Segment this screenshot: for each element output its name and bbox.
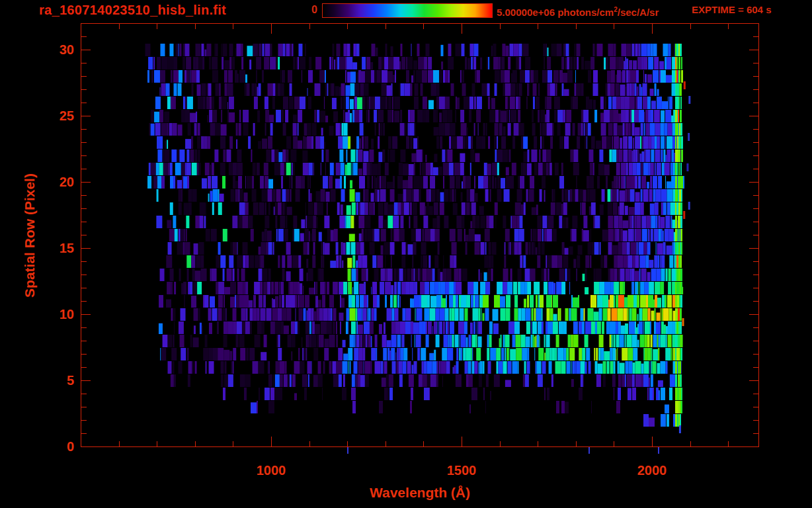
tick-mark <box>728 24 729 29</box>
tick-mark <box>652 437 653 446</box>
tick-mark <box>119 24 120 29</box>
y-tick-label: 10 <box>44 307 74 322</box>
colorbar-units-suffix: /sec/A/sr <box>618 7 659 18</box>
tick-mark <box>753 261 758 262</box>
tick-mark <box>753 208 758 209</box>
tick-mark <box>753 129 758 130</box>
y-tick-label: 25 <box>44 108 74 124</box>
fits-spectrogram-viewer: ra_160714023510_hisb_lin.fit 0 5.00000e+… <box>0 0 812 508</box>
tick-mark <box>81 76 87 77</box>
tick-mark <box>749 50 758 50</box>
tick-mark <box>749 380 758 381</box>
tick-mark <box>753 76 758 77</box>
tick-mark <box>81 36 87 37</box>
y-axis-title: Spatial Row (Pixel) <box>22 173 38 298</box>
colorbar-max-value: 5.00000e+06 <box>497 7 555 18</box>
y-tick-label: 15 <box>44 241 74 256</box>
tick-mark <box>81 155 87 156</box>
tick-mark <box>576 441 577 446</box>
tick-mark <box>81 50 91 50</box>
tick-mark <box>753 195 758 196</box>
tick-mark <box>81 195 87 196</box>
tick-mark <box>753 89 758 90</box>
y-tick-label: 20 <box>44 175 74 190</box>
tick-mark <box>81 182 91 183</box>
tick-mark <box>81 261 87 262</box>
tick-mark <box>576 24 577 29</box>
tick-mark <box>81 433 87 434</box>
tick-mark <box>753 235 758 235</box>
tick-mark <box>753 433 758 434</box>
tick-mark <box>753 275 758 275</box>
tick-mark <box>462 24 462 34</box>
tick-mark <box>81 327 87 328</box>
tick-mark <box>753 36 758 37</box>
tick-mark <box>81 248 91 249</box>
tick-mark <box>271 437 272 446</box>
tick-mark <box>81 235 87 235</box>
tick-mark <box>81 354 87 355</box>
spectrogram-canvas <box>81 24 758 446</box>
tick-mark <box>538 24 538 29</box>
tick-mark <box>309 441 310 446</box>
tick-mark <box>195 441 196 446</box>
x-tick-label: 1000 <box>241 463 301 478</box>
file-title: ra_160714023510_hisb_lin.fit <box>39 3 226 18</box>
tick-mark <box>652 24 653 34</box>
tick-mark <box>157 441 157 446</box>
tick-mark <box>81 288 87 288</box>
colorbar-min-label: 0 <box>290 3 317 17</box>
tick-mark <box>81 314 91 315</box>
tick-mark <box>753 407 758 407</box>
x-tick-label: 2000 <box>622 463 682 478</box>
tick-mark <box>690 24 691 29</box>
tick-mark <box>81 129 87 130</box>
y-tick-label: 5 <box>44 373 74 388</box>
tick-mark <box>500 441 501 446</box>
tick-mark <box>753 394 758 394</box>
tick-mark <box>423 24 424 29</box>
tick-mark <box>81 407 87 407</box>
tick-mark <box>753 103 758 103</box>
exptime-label: EXPTIME = 604 s <box>692 3 771 17</box>
tick-mark <box>81 208 87 209</box>
tick-mark <box>753 169 758 169</box>
tick-mark <box>753 288 758 288</box>
tick-mark <box>81 63 87 64</box>
tick-mark <box>81 275 87 275</box>
tick-mark <box>81 394 87 394</box>
tick-mark <box>347 24 348 29</box>
tick-mark <box>81 380 91 381</box>
tick-mark <box>749 248 758 249</box>
bleed-mark <box>589 447 590 454</box>
tick-mark <box>81 341 87 341</box>
tick-mark <box>753 327 758 328</box>
tick-mark <box>614 441 614 446</box>
tick-mark <box>753 367 758 368</box>
tick-mark <box>233 441 233 446</box>
tick-mark <box>81 169 87 169</box>
tick-mark <box>538 441 538 446</box>
tick-mark <box>386 441 386 446</box>
tick-mark <box>157 24 157 29</box>
colorbar-units-prefix: photons/cm <box>555 7 614 18</box>
plot-frame <box>81 23 759 447</box>
tick-mark <box>81 89 87 90</box>
tick-mark <box>233 24 233 29</box>
tick-mark <box>753 142 758 143</box>
tick-mark <box>753 155 758 156</box>
bleed-mark <box>347 447 348 454</box>
colorbar <box>322 3 493 18</box>
tick-mark <box>749 314 758 315</box>
tick-mark <box>500 24 501 29</box>
tick-mark <box>81 222 87 222</box>
tick-mark <box>753 420 758 421</box>
tick-mark <box>753 63 758 64</box>
tick-mark <box>614 24 614 29</box>
y-tick-label: 0 <box>44 439 74 454</box>
tick-mark <box>81 142 87 143</box>
y-tick-label: 30 <box>44 42 74 58</box>
tick-mark <box>195 24 196 29</box>
tick-mark <box>690 441 691 446</box>
tick-mark <box>728 441 729 446</box>
